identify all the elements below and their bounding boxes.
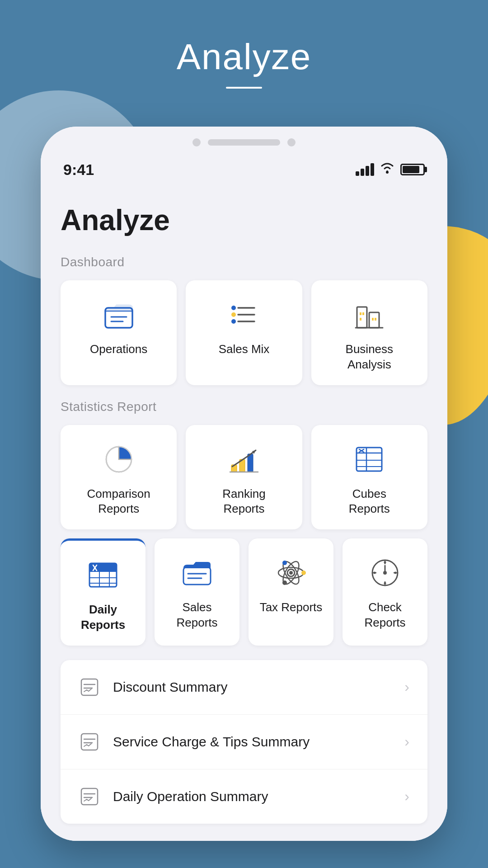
svg-rect-70	[81, 788, 98, 805]
app-content: Analyze Dashboard	[41, 185, 447, 841]
discount-chevron-icon: ›	[404, 679, 409, 695]
title-underline	[226, 87, 262, 89]
svg-point-51	[282, 561, 287, 565]
sales-reports-card[interactable]: SalesReports	[155, 538, 239, 646]
svg-rect-64	[81, 679, 98, 695]
service-charge-icon	[79, 731, 100, 753]
operations-icon	[101, 297, 137, 333]
notch-dot-2	[287, 138, 296, 146]
svg-rect-23	[248, 454, 253, 472]
daily-icon	[85, 557, 121, 593]
daily-reports-label: DailyReports	[81, 602, 125, 633]
battery-icon	[400, 164, 425, 175]
cubes-reports-label: CubesReports	[349, 486, 390, 517]
business-analysis-icon	[351, 297, 387, 333]
wifi-icon	[380, 162, 395, 177]
discount-summary-text: Discount Summary	[113, 679, 392, 695]
statistics-label: Statistics Report	[61, 400, 427, 414]
daily-operation-icon	[79, 786, 100, 807]
svg-point-58	[384, 561, 386, 564]
svg-point-9	[231, 319, 236, 324]
cubes-icon	[351, 441, 387, 477]
svg-rect-42	[183, 567, 211, 585]
business-analysis-card[interactable]: BusinessAnalysis	[311, 280, 427, 385]
svg-rect-13	[360, 312, 361, 315]
discount-summary-icon	[79, 676, 100, 698]
svg-rect-16	[375, 318, 376, 321]
app-title: Analyze	[61, 203, 427, 237]
svg-rect-15	[372, 318, 374, 321]
dashboard-section: Dashboard Operations	[61, 255, 427, 385]
sales-mix-icon	[226, 297, 262, 333]
comparison-reports-label: ComparisonReports	[87, 486, 150, 517]
svg-rect-14	[362, 312, 364, 315]
daily-operation-text: Daily Operation Summary	[113, 789, 392, 804]
notch-dot-1	[192, 138, 201, 146]
dashboard-grid-row: Operations	[61, 280, 427, 385]
signal-bars-icon	[356, 163, 374, 176]
tax-reports-card[interactable]: Tax Reports	[249, 538, 333, 646]
dashboard-label: Dashboard	[61, 255, 427, 269]
page-title-area: Analyze	[0, 36, 488, 89]
svg-rect-11	[357, 307, 367, 328]
sales-mix-card[interactable]: Sales Mix	[186, 280, 302, 385]
operations-label: Operations	[90, 342, 147, 357]
statistics-section: Statistics Report ComparisonRepor	[61, 400, 427, 646]
notch-bar	[208, 139, 280, 146]
daily-operation-item[interactable]: Daily Operation Summary ›	[61, 769, 427, 824]
svg-rect-17	[360, 318, 361, 321]
daily-reports-card[interactable]: DailyReports	[61, 538, 145, 646]
status-icons	[356, 162, 425, 177]
service-charge-text: Service Charge & Tips Summary	[113, 734, 392, 750]
sales-reports-icon	[179, 555, 215, 591]
svg-point-5	[231, 306, 236, 310]
statistics-row2: DailyReports SalesReports	[61, 538, 427, 646]
svg-point-63	[383, 571, 387, 575]
svg-point-60	[384, 582, 386, 585]
svg-rect-2	[105, 311, 132, 311]
sales-mix-label: Sales Mix	[219, 342, 270, 357]
battery-fill	[403, 166, 419, 173]
svg-rect-67	[81, 734, 98, 750]
check-reports-card[interactable]: CheckReports	[343, 538, 427, 646]
service-charge-item[interactable]: Service Charge & Tips Summary ›	[61, 715, 427, 769]
phone-notch	[41, 127, 447, 154]
status-bar: 9:41	[41, 154, 447, 185]
ranking-reports-card[interactable]: RankingReports	[186, 425, 302, 530]
svg-point-7	[231, 312, 236, 317]
svg-rect-12	[369, 312, 379, 328]
daily-operation-chevron-icon: ›	[404, 788, 409, 805]
discount-summary-item[interactable]: Discount Summary ›	[61, 660, 427, 715]
svg-point-61	[374, 572, 376, 574]
comparison-icon	[101, 441, 137, 477]
report-list: Discount Summary › Service Charge & Tips…	[61, 660, 427, 824]
ranking-icon	[226, 441, 262, 477]
svg-point-50	[301, 571, 306, 575]
svg-point-0	[386, 171, 389, 174]
business-analysis-label: BusinessAnalysis	[346, 342, 394, 373]
phone-mockup: 9:41 Analyze	[41, 127, 447, 841]
svg-point-59	[394, 572, 397, 574]
check-icon	[367, 555, 403, 591]
tax-reports-label: Tax Reports	[260, 600, 323, 615]
check-reports-label: CheckReports	[364, 600, 405, 631]
cubes-reports-card[interactable]: CubesReports	[311, 425, 427, 530]
tax-icon	[273, 555, 309, 591]
svg-point-46	[289, 571, 293, 575]
comparison-reports-card[interactable]: ComparisonReports	[61, 425, 177, 530]
statistics-row1: ComparisonReports	[61, 425, 427, 530]
sales-reports-label: SalesReports	[176, 600, 217, 631]
svg-point-52	[282, 580, 287, 585]
service-charge-chevron-icon: ›	[404, 733, 409, 750]
hero-title: Analyze	[0, 36, 488, 78]
status-time: 9:41	[63, 161, 94, 179]
operations-card[interactable]: Operations	[61, 280, 177, 385]
ranking-reports-label: RankingReports	[222, 486, 265, 517]
